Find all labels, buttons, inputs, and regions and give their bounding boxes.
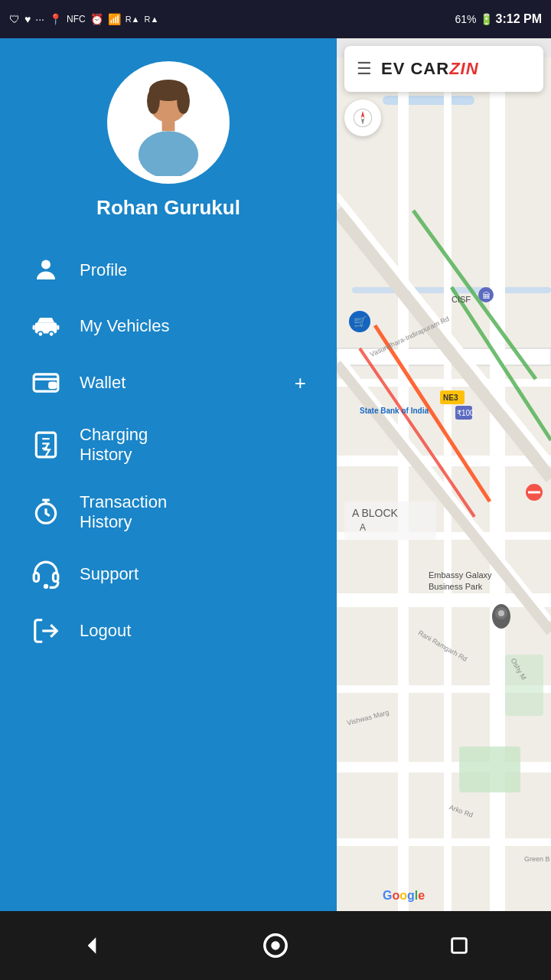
- svg-rect-44: [505, 655, 543, 716]
- heart-icon: ♥: [24, 13, 31, 25]
- svg-text:₹100: ₹100: [457, 409, 474, 417]
- svg-rect-14: [50, 383, 56, 387]
- svg-rect-43: [459, 746, 520, 792]
- hamburger-menu-icon[interactable]: ☰: [357, 59, 372, 79]
- svg-rect-32: [398, 57, 409, 923]
- menu-item-charging-history[interactable]: ChargingHistory: [0, 411, 337, 479]
- main-container: Rohan Gurukul Profile: [0, 38, 551, 942]
- home-button[interactable]: [253, 923, 298, 969]
- brand-logo: EV CARZIN: [381, 59, 479, 79]
- menu-list: Profile My Vehicles: [0, 243, 337, 659]
- menu-label-profile: Profile: [80, 260, 306, 280]
- compass-icon: [352, 107, 373, 129]
- svg-text:🏛: 🏛: [482, 291, 491, 300]
- svg-point-7: [41, 260, 51, 270]
- alarm-icon: ⏰: [90, 13, 103, 25]
- home-icon: [262, 933, 289, 959]
- svg-rect-17: [34, 573, 38, 581]
- wifi-icon: 📶: [108, 13, 121, 25]
- svg-text:Embassy Galaxy: Embassy Galaxy: [429, 570, 492, 580]
- menu-item-support[interactable]: Support: [0, 546, 337, 603]
- back-icon: [80, 933, 104, 958]
- svg-point-19: [44, 585, 47, 587]
- svg-text:Google: Google: [383, 889, 425, 902]
- compass-button[interactable]: [344, 100, 381, 136]
- svg-text:Business Park: Business Park: [429, 582, 483, 591]
- svg-rect-12: [57, 325, 59, 329]
- wallet-icon: [31, 368, 61, 397]
- status-icons-left: 🛡 ♥ ··· 📍 NFC ⏰ 📶 R▲ R▲: [9, 13, 158, 25]
- svg-rect-15: [36, 433, 55, 457]
- svg-text:Green B: Green B: [524, 855, 550, 863]
- svg-point-9: [38, 332, 43, 336]
- avatar-image: [115, 69, 222, 176]
- brand-accent: ZIN: [449, 59, 478, 78]
- nfc-icon: NFC: [67, 14, 86, 24]
- more-icon: ···: [35, 13, 44, 25]
- menu-label-my-vehicles: My Vehicles: [80, 316, 306, 336]
- svg-text:🛒: 🛒: [354, 315, 367, 328]
- user-name: Rohan Gurukul: [96, 196, 240, 220]
- menu-label-transaction-history: TransactionHistory: [80, 492, 306, 532]
- status-time: 3:12 PM: [496, 12, 542, 26]
- avatar[interactable]: [107, 61, 230, 184]
- svg-point-5: [139, 131, 198, 176]
- map-header: ☰ EV CARZIN: [344, 46, 543, 92]
- headset-icon: [31, 560, 61, 589]
- map-background: A BLOCK A Embassy Galaxy Business Park C…: [337, 38, 551, 942]
- menu-item-transaction-history[interactable]: TransactionHistory: [0, 479, 337, 546]
- location-icon: 📍: [49, 13, 62, 25]
- menu-label-charging-history: ChargingHistory: [80, 425, 306, 465]
- menu-label-wallet: Wallet: [80, 373, 276, 393]
- status-bar: 🛡 ♥ ··· 📍 NFC ⏰ 📶 R▲ R▲ 61% 🔋 3:12 PM: [0, 0, 551, 38]
- svg-rect-18: [54, 573, 58, 581]
- menu-item-logout[interactable]: Logout: [0, 603, 337, 659]
- svg-marker-75: [88, 937, 96, 953]
- sidebar: Rohan Gurukul Profile: [0, 38, 337, 942]
- recents-button[interactable]: [436, 923, 482, 969]
- bottom-nav: [0, 911, 551, 980]
- svg-rect-22: [383, 96, 474, 105]
- signal-icon: R▲: [126, 15, 140, 24]
- svg-text:CISF: CISF: [452, 295, 471, 304]
- charging-icon: [31, 430, 61, 459]
- timer-icon: [31, 498, 61, 527]
- svg-point-62: [498, 610, 504, 616]
- profile-section: Rohan Gurukul: [0, 61, 337, 243]
- menu-label-support: Support: [80, 564, 306, 584]
- car-icon: [31, 312, 61, 341]
- battery-icon: 🔋: [480, 13, 493, 25]
- wallet-add-button[interactable]: +: [295, 371, 306, 395]
- svg-text:A BLOCK: A BLOCK: [352, 507, 399, 519]
- svg-rect-6: [162, 118, 175, 131]
- logout-icon: [31, 616, 61, 645]
- svg-rect-8: [35, 322, 57, 333]
- person-icon: [31, 256, 61, 284]
- svg-text:A: A: [360, 522, 366, 533]
- svg-rect-11: [33, 325, 35, 329]
- svg-point-77: [271, 941, 279, 949]
- status-icons-right: 61% 🔋 3:12 PM: [455, 12, 543, 26]
- svg-rect-34: [490, 57, 505, 923]
- battery-percent: 61%: [455, 13, 477, 25]
- menu-label-logout: Logout: [80, 621, 306, 641]
- svg-point-4: [177, 88, 190, 114]
- svg-point-10: [49, 332, 54, 336]
- svg-text:NE3: NE3: [443, 394, 458, 402]
- svg-text:State Bank of India: State Bank of India: [360, 407, 429, 415]
- svg-rect-78: [452, 939, 467, 953]
- signal2-icon: R▲: [145, 15, 159, 24]
- menu-item-my-vehicles[interactable]: My Vehicles: [0, 298, 337, 354]
- recents-icon: [448, 935, 470, 956]
- map-area: A BLOCK A Embassy Galaxy Business Park C…: [337, 38, 551, 942]
- menu-item-wallet[interactable]: Wallet +: [0, 354, 337, 411]
- svg-point-3: [147, 88, 160, 114]
- back-button[interactable]: [69, 923, 115, 969]
- shield-icon: 🛡: [9, 13, 20, 25]
- menu-item-profile[interactable]: Profile: [0, 243, 337, 298]
